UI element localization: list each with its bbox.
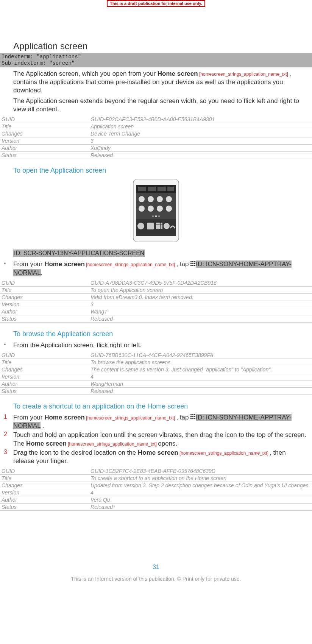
svg-rect-5	[158, 187, 166, 191]
string-ref: [homescreen_strings_application_name_txt…	[67, 441, 158, 447]
svg-rect-24	[156, 225, 158, 227]
svg-rect-31	[190, 261, 192, 262]
svg-point-8	[148, 196, 154, 202]
string-ref: [homescreen_strings_application_name_txt…	[178, 451, 270, 456]
svg-point-30	[164, 223, 170, 229]
svg-rect-27	[156, 227, 158, 229]
meta-key: Title	[0, 474, 89, 482]
meta-val: Device Term Change	[89, 130, 312, 137]
page-footer: 31 This is an Internet version of this p…	[0, 564, 312, 589]
step-text: Touch and hold an application icon until…	[13, 431, 308, 448]
meta-val: WangT	[89, 308, 312, 315]
string-ref: [homescreen_strings_application_name_txt…	[198, 72, 289, 77]
meta-key: Status	[0, 315, 89, 322]
svg-point-11	[139, 206, 145, 212]
bullet-icon: •	[0, 341, 13, 349]
svg-rect-32	[192, 261, 193, 262]
page-title: Application screen	[13, 41, 312, 51]
svg-rect-6	[167, 187, 174, 191]
svg-point-7	[139, 196, 145, 202]
meta-key: Author	[0, 308, 89, 315]
intro-paragraph-1: The Application screen, which you open f…	[0, 70, 312, 95]
indexterm-line: Indexterm: "applications"	[2, 54, 310, 60]
meta-val: Released	[89, 315, 312, 322]
meta-val: GUID-A798DDA3-C3C7-49D5-975F-0D42DA2CB91…	[89, 279, 312, 287]
page-number: 31	[0, 564, 312, 571]
text: The Application screen, which you open f…	[13, 70, 158, 77]
meta-key: Title	[0, 359, 89, 366]
svg-rect-29	[161, 227, 162, 229]
svg-rect-45	[194, 416, 195, 417]
step-number: 2	[0, 431, 13, 448]
svg-rect-39	[194, 265, 195, 266]
svg-rect-38	[192, 265, 193, 266]
meta-key: Version	[0, 137, 89, 145]
step-text: Drag the icon to the desired location on…	[13, 449, 308, 465]
step-2: 2 Touch and hold an application icon unt…	[0, 431, 312, 448]
section-heading-browse: To browse the Application screen	[13, 330, 312, 338]
intro-paragraph-2: The Application screen extends beyond th…	[0, 97, 312, 114]
metadata-table-1: GUIDGUID-F02CAFC3-E592-4B0D-AA00-E5631B4…	[0, 116, 312, 159]
bullet-icon: •	[0, 260, 13, 277]
text: From your	[13, 414, 44, 421]
step-1: 1 From your Home screen [homescreen_stri…	[0, 413, 312, 430]
meta-val: 4	[89, 373, 312, 380]
svg-rect-25	[158, 225, 160, 227]
meta-val: 4	[89, 489, 312, 496]
instruction-text: From your Home screen [homescreen_string…	[13, 260, 308, 277]
meta-val: Released*	[89, 503, 312, 510]
meta-val: The content is same as version 3. Just c…	[89, 366, 312, 373]
meta-key: Version	[0, 301, 89, 308]
apptray-grid-icon	[190, 413, 196, 422]
home-screen-term: Home screen	[158, 70, 198, 77]
step-3: 3 Drag the icon to the desired location …	[0, 449, 312, 465]
svg-rect-36	[194, 263, 195, 264]
text: opens.	[158, 440, 177, 447]
svg-rect-42	[194, 414, 195, 415]
svg-rect-23	[161, 223, 162, 225]
svg-rect-21	[156, 223, 158, 225]
meta-val: Released	[89, 152, 312, 159]
meta-val: Valid from eDream3.0. Index term removed…	[89, 293, 312, 301]
meta-val: To create a shortcut to an application o…	[89, 474, 312, 482]
step-number: 3	[0, 449, 13, 465]
meta-val: GUID-1CB2F7C4-2E83-4EAB-AFFB-0957648C639…	[89, 468, 312, 475]
svg-point-12	[148, 206, 154, 212]
meta-val: WangHerman	[89, 380, 312, 387]
phone-figure	[0, 178, 312, 244]
step-text: From your Home screen [homescreen_string…	[13, 413, 308, 430]
meta-val: To browse the application screens	[89, 359, 312, 366]
svg-rect-20	[147, 223, 154, 229]
meta-key: Changes	[0, 366, 89, 373]
text: Drag the icon to the desired location on…	[13, 449, 138, 456]
home-screen-term: Home screen	[26, 440, 67, 447]
home-screen-term: Home screen	[44, 414, 85, 421]
section-heading-open: To open the Application screen	[13, 167, 312, 175]
text: .	[41, 422, 44, 429]
svg-rect-37	[190, 265, 192, 266]
meta-key: Version	[0, 373, 89, 380]
instruction-bullet: • From the Application screen, flick rig…	[0, 341, 312, 349]
sub-indexterm-line: Sub-indexterm: "screen"	[2, 60, 310, 67]
metadata-table-3: GUIDGUID-76BB630C-11CA-44CF-A042-92465E3…	[0, 352, 312, 395]
meta-key: Author	[0, 496, 89, 503]
svg-rect-47	[192, 418, 193, 419]
meta-val: 3	[89, 137, 312, 145]
meta-val: Vera Qu	[89, 496, 312, 503]
svg-rect-35	[192, 263, 193, 264]
meta-key: GUID	[0, 279, 89, 287]
step-number: 1	[0, 413, 13, 430]
svg-rect-40	[190, 414, 192, 415]
svg-rect-44	[192, 416, 193, 417]
meta-key: Status	[0, 387, 89, 395]
text: From your	[13, 260, 44, 268]
meta-key: GUID	[0, 116, 89, 123]
footer-copyright: This is an Internet version of this publ…	[0, 576, 312, 582]
svg-point-16	[155, 215, 157, 217]
svg-point-19	[137, 223, 144, 229]
string-ref: [homescreen_strings_application_name_txt…	[85, 262, 176, 267]
meta-key: Status	[0, 503, 89, 510]
svg-point-10	[166, 196, 172, 202]
phone-illustration	[122, 178, 190, 243]
svg-point-17	[158, 215, 160, 217]
